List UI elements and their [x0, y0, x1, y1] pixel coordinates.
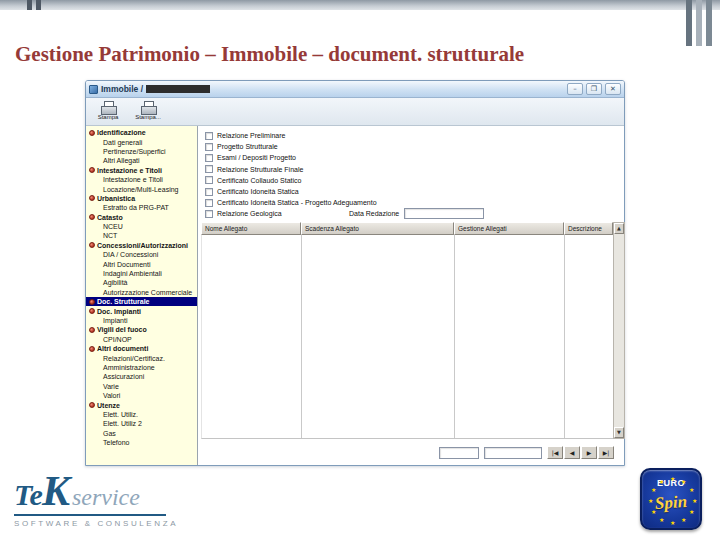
date-redazione-label: Data Redazione — [349, 210, 399, 217]
tree-node-label: Dati generali — [103, 138, 142, 147]
tree-node-icon — [89, 130, 95, 136]
tree-group-altri-documenti[interactable]: Altri documenti — [86, 344, 197, 353]
checkbox-relazione-strutturale-finale[interactable] — [205, 165, 213, 173]
tree-group-utenze[interactable]: Utenze — [86, 400, 197, 409]
corner-stripe — [686, 0, 692, 46]
tree-item-nceu[interactable]: NCEU — [86, 222, 197, 231]
tree-group-doc-strutturale[interactable]: Doc. Strutturale — [86, 297, 197, 306]
document-checklist: Relazione PreliminareProgetto Struttural… — [205, 130, 377, 220]
tree-node-label: Doc. Strutturale — [97, 297, 150, 306]
tree-node-label: Amministrazione — [103, 363, 155, 372]
tree-item-cpi-nop[interactable]: CPI/NOP — [86, 335, 197, 344]
tree-node-label: NCEU — [103, 222, 123, 231]
checkbox-certificato-idoneit-statica-progetto-adeguamento[interactable] — [205, 199, 213, 207]
checkbox-relazione-preliminare[interactable] — [205, 132, 213, 140]
record-navigation: |◀◀▶▶| — [547, 446, 614, 459]
column-header-nome-allegato[interactable]: Nome Allegato — [201, 222, 301, 235]
tree-group-doc-impianti[interactable]: Doc. Impianti — [86, 306, 197, 315]
checkbox-relazione-geologica[interactable] — [205, 210, 213, 218]
tree-item-locazione-multi-leasing[interactable]: Locazione/Multi-Leasing — [86, 184, 197, 193]
slide-title: Gestione Patrimonio – Immobile – documen… — [15, 42, 524, 67]
tree-group-intestazione-e-titoli[interactable]: Intestazione e Titoli — [86, 166, 197, 175]
band-stripe — [36, 0, 41, 10]
toolbar: StampaStampa... — [86, 98, 624, 126]
checkbox-certificato-idoneit-statica[interactable] — [205, 188, 213, 196]
tek-rule — [14, 514, 166, 516]
corner-stripe — [696, 0, 702, 46]
tree-item-altri-allegati[interactable]: Altri Allegati — [86, 156, 197, 165]
scroll-up-button[interactable]: ▲ — [614, 223, 624, 234]
last-record-button[interactable]: ▶| — [598, 446, 614, 459]
record-field-1[interactable] — [439, 447, 479, 459]
check-row-relazione-preliminare: Relazione Preliminare — [205, 130, 377, 141]
tree-node-label: Impianti — [103, 316, 128, 325]
tree-item-valori[interactable]: Valori — [86, 391, 197, 400]
tree-item-elett-utiliz[interactable]: Elett. Utiliz. — [86, 410, 197, 419]
scrollbar-track[interactable] — [614, 234, 624, 427]
close-button[interactable]: ✕ — [605, 83, 621, 95]
previous-record-button[interactable]: ◀ — [564, 446, 580, 459]
tree-item-impianti[interactable]: Impianti — [86, 316, 197, 325]
tree-node-icon — [89, 402, 95, 408]
tree-group-identificazione[interactable]: Identificazione — [86, 128, 197, 137]
tree-item-intestazione-e-titoli[interactable]: Intestazione e Titoli — [86, 175, 197, 184]
tree-node-label: Elett. Utiliz. — [103, 410, 138, 419]
column-header-scadenza-allegato[interactable]: Scadenza Allegato — [301, 222, 454, 235]
tree-item-altri-documenti[interactable]: Altri Documenti — [86, 259, 197, 268]
tree-node-label: Altri Documenti — [103, 260, 150, 269]
tree-item-elett-utiliz-2[interactable]: Elett. Utiliz 2 — [86, 419, 197, 428]
checkbox-label: Relazione Preliminare — [217, 132, 285, 139]
tree-item-varie[interactable]: Varie — [86, 382, 197, 391]
star-icon: ★ — [651, 487, 656, 493]
table-scrollbar[interactable]: ▲ ▼ — [613, 222, 625, 439]
table-column-nome-allegato — [202, 235, 302, 438]
tree-node-label: Telefono — [103, 438, 129, 447]
check-row-certificato-idoneit-statica-progetto-adeguamento: Certificato Idoneità Statica - Progetto … — [205, 197, 377, 208]
column-header-descrizione[interactable]: Descrizione — [564, 222, 613, 235]
record-field-2[interactable] — [484, 447, 542, 459]
tree-item-relazioni-certificaz[interactable]: Relazioni/Certificaz. — [86, 353, 197, 362]
tree-group-urbanistica[interactable]: Urbanistica — [86, 194, 197, 203]
tree-item-telefono[interactable]: Telefono — [86, 438, 197, 447]
tree-group-vigili-del-fuoco[interactable]: Vigili del fuoco — [86, 325, 197, 334]
window-title-redaction — [146, 85, 210, 93]
tree-item-dati-generali[interactable]: Dati generali — [86, 137, 197, 146]
tree-item-indagini-ambientali[interactable]: Indagini Ambientali — [86, 269, 197, 278]
toolbar-button-stampa[interactable]: Stampa... — [129, 100, 167, 124]
tek-service-logo: TeKservice SOFTWARE & CONSULENZA — [14, 470, 178, 528]
checkbox-esami-depositi-progetto[interactable] — [205, 154, 213, 162]
tree-item-gas[interactable]: Gas — [86, 429, 197, 438]
toolbar-button-stampa[interactable]: Stampa — [89, 100, 127, 124]
next-record-button[interactable]: ▶ — [581, 446, 597, 459]
tree-node-label: Doc. Impianti — [97, 307, 141, 316]
corner-stripe — [706, 0, 712, 46]
checkbox-label: Progetto Strutturale — [217, 143, 278, 150]
maximize-button[interactable]: ❐ — [586, 83, 602, 95]
star-icon: ★ — [670, 520, 675, 526]
first-record-button[interactable]: |◀ — [547, 446, 563, 459]
tree-group-catasto[interactable]: Catasto — [86, 213, 197, 222]
tree-item-autorizzazione-commerciale[interactable]: Autorizzazione Commerciale — [86, 288, 197, 297]
star-icon: ★ — [681, 479, 686, 485]
tree-item-pertinenze-superfici[interactable]: Pertinenze/Superfici — [86, 147, 197, 156]
minimize-button[interactable]: – — [567, 83, 583, 95]
date-redazione-input[interactable] — [404, 208, 484, 219]
checkbox-certificato-collaudo-statico[interactable] — [205, 176, 213, 184]
tree-item-agibilit[interactable]: Agibilità — [86, 278, 197, 287]
tek-caption: SOFTWARE & CONSULENZA — [14, 519, 178, 528]
scroll-down-button[interactable]: ▼ — [614, 427, 624, 438]
tree-node-label: Assicurazioni — [103, 372, 144, 381]
tree-item-nct[interactable]: NCT — [86, 231, 197, 240]
window-titlebar[interactable]: Immobile / – ❐ ✕ — [86, 81, 624, 98]
checkbox-progetto-strutturale[interactable] — [205, 143, 213, 151]
column-header-gestione-allegati[interactable]: Gestione Allegati — [454, 222, 564, 235]
checkbox-label: Certificato Idoneità Statica - Progetto … — [217, 199, 377, 206]
tree-item-amministrazione[interactable]: Amministrazione — [86, 363, 197, 372]
tree-node-label: Intestazione e Titoli — [103, 175, 163, 184]
tree-item-dia-concessioni[interactable]: DIA / Concessioni — [86, 250, 197, 259]
tree-item-estratto-da-prg-pat[interactable]: Estratto da PRG-PAT — [86, 203, 197, 212]
tree-node-label: Locazione/Multi-Leasing — [103, 185, 179, 194]
tree-group-concessioni-autorizzazioni[interactable]: Concessioni/Autorizzazioni — [86, 241, 197, 250]
tree-item-assicurazioni[interactable]: Assicurazioni — [86, 372, 197, 381]
tree-node-label: Varie — [103, 382, 119, 391]
